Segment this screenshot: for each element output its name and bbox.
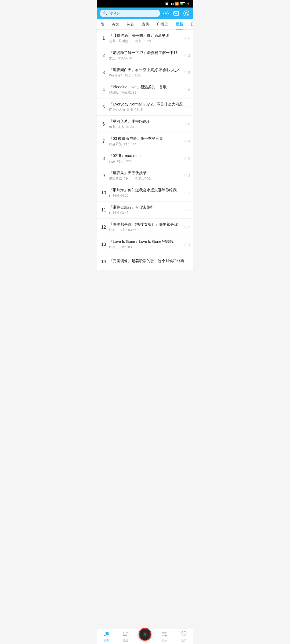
likes-count: 4 <box>188 140 190 143</box>
song-meta: 好烦呦时长:02:32 <box>109 90 184 95</box>
song-info: 『03 彼得潘与辛』第一季第三集跨越荒芜时长:25:10 <box>109 136 184 147</box>
song-title: 『星河入梦』小宇绝绝子 <box>109 119 184 124</box>
song-artist: 星语星愿（不更剧） <box>109 176 133 181</box>
song-info: 『哪里都是你 （热搜女版）』哪里都是你柠凉。时长:03:56 <box>109 222 184 233</box>
song-number: 10 <box>100 191 107 195</box>
tab-latest[interactable]: 最新 <box>172 19 187 30</box>
song-meta: Word玛丫时长:04:52 <box>109 73 184 78</box>
list-item[interactable]: 5『Everyday Normal Guy 2』不是什么大问题四点钟方向时长:0… <box>97 98 193 116</box>
song-meta: L时长:03:45 <box>109 211 184 215</box>
song-likes[interactable]: ♡1 <box>184 208 190 212</box>
song-likes[interactable]: ♡2 <box>184 191 190 195</box>
tab-pure[interactable]: 纯音 <box>123 19 138 30</box>
song-title: 『老婆粉了解一下17』老婆粉了解一下17 <box>109 50 184 56</box>
song-number: 11 <box>100 208 107 213</box>
song-duration: 时长:02:20 <box>135 39 151 43</box>
song-list: 1『【将进酒】清平调』将近酒清平调想养一只叫坚果的猫时长:02:20♡62『老婆… <box>97 30 193 270</box>
song-artist: yipo <box>109 160 115 163</box>
song-meta: 柠凉。时长:03:35 <box>109 245 184 250</box>
song-duration: 时长:04:26 <box>113 193 128 198</box>
song-title: 『哪里都是你 （热搜女版）』哪里都是你 <box>109 222 184 227</box>
list-item[interactable]: 3『黑夜问白天』在半空中真好 不会吵 人少Word玛丫时长:04:52♡5 <box>97 64 193 81</box>
song-likes[interactable]: ♡1 <box>184 242 190 247</box>
heart-icon: ♡ <box>184 208 187 212</box>
mail-button[interactable] <box>172 10 180 17</box>
song-artist: 想养一只叫坚果的猫 <box>109 39 133 43</box>
song-number: 4 <box>100 87 107 92</box>
list-item[interactable]: 10『那片海』你知道我会永远永远等你给我的回答L时长:04:26♡2 <box>97 184 193 202</box>
song-duration: 时长:03:15 <box>127 108 143 112</box>
list-item[interactable]: 9『度春风』天宝伏妖录星语星愿（不更剧）时长:04:51♡2 <box>97 167 193 184</box>
tab-english[interactable]: 英文 <box>108 19 123 30</box>
song-info: 『Everyday Normal Guy 2』不是什么大问题四点钟方向时长:03… <box>109 102 184 112</box>
tab-ancient[interactable]: 古风 <box>138 19 153 30</box>
heart-icon: ♡ <box>184 191 187 195</box>
song-info: 『老婆粉了解一下17』老婆粉了解一下17大志时长:49:45 <box>109 50 184 61</box>
song-likes[interactable]: ♡3 <box>184 225 190 229</box>
song-likes[interactable]: ♡0 <box>184 122 190 126</box>
main-content: 1『【将进酒】清平调』将近酒清平调想养一只叫坚果的猫时长:02:20♡62『老婆… <box>97 30 193 285</box>
song-likes[interactable]: ♡0 <box>184 156 190 161</box>
song-duration: 时长:25:10 <box>124 142 139 147</box>
tab-japanese[interactable]: 日系 <box>187 19 193 30</box>
settings-button[interactable] <box>162 10 170 17</box>
song-number: 5 <box>100 105 107 109</box>
song-likes[interactable]: ♡2 <box>184 53 190 58</box>
song-number: 1 <box>100 36 107 41</box>
likes-count: 6 <box>188 36 190 40</box>
song-likes[interactable]: ♡5 <box>184 71 190 75</box>
wifi-icon: 📶 <box>175 2 179 6</box>
heart-icon: ♡ <box>184 71 187 75</box>
list-item[interactable]: 8『0215』mou mouyipo时长:39:08♡0 <box>97 150 193 167</box>
list-item[interactable]: 7『03 彼得潘与辛』第一季第三集跨越荒芜时长:25:10♡4 <box>97 133 193 150</box>
song-title: 『0215』mou mou <box>109 153 184 159</box>
song-number: 3 <box>100 70 107 75</box>
tab-prev[interactable]: 段 <box>97 19 108 30</box>
heart-icon: ♡ <box>184 105 187 109</box>
list-item[interactable]: 1『【将进酒】清平调』将近酒清平调想养一只叫坚果的猫时长:02:20♡6 <box>97 30 193 47</box>
song-title: 『那片海』你知道我会永远永远等你给我的回答 <box>109 188 184 193</box>
song-duration: 时长:03:35 <box>121 245 136 250</box>
search-bar[interactable]: 🔍 <box>100 10 160 17</box>
heart-icon: ♡ <box>184 242 187 247</box>
song-artist: 柠凉。 <box>109 228 119 232</box>
charge-icon: ⚡ <box>186 2 190 6</box>
search-input[interactable] <box>109 11 157 16</box>
list-item[interactable]: 4『Bleeding Love』很温柔的一首歌好烦呦时长:02:32♡5 <box>97 81 193 98</box>
song-likes[interactable]: ♡6 <box>184 36 190 41</box>
svg-point-0 <box>165 13 167 14</box>
song-likes[interactable]: ♡5 <box>184 88 190 92</box>
alarm-icon: ⏰ <box>165 2 169 6</box>
search-icon: 🔍 <box>103 11 108 16</box>
song-artist: 柠凉。 <box>109 245 119 250</box>
song-likes[interactable]: ♡2 <box>184 174 190 178</box>
list-item[interactable]: 14『完美偶像』是姜嗳嗳的歌，这个时候和朴冉还没离婚 <box>97 253 193 270</box>
song-duration: 时长:04:52 <box>125 73 140 78</box>
song-likes[interactable]: ♡2 <box>184 105 190 109</box>
list-item[interactable]: 11『带你去旅行』带你去旅行L时长:03:45♡1 <box>97 202 193 219</box>
list-item[interactable]: 2『老婆粉了解一下17』老婆粉了解一下17大志时长:49:45♡2 <box>97 47 193 64</box>
tab-radio[interactable]: 广播剧 <box>153 19 172 30</box>
profile-button[interactable] <box>183 10 190 17</box>
list-item[interactable]: 12『哪里都是你 （热搜女版）』哪里都是你柠凉。时长:03:56♡3 <box>97 219 193 236</box>
song-number: 12 <box>100 225 107 230</box>
heart-icon: ♡ <box>184 88 187 92</box>
song-info: 『【将进酒】清平调』将近酒清平调想养一只叫坚果的猫时长:02:20 <box>109 33 184 44</box>
heart-icon: ♡ <box>184 36 187 41</box>
song-duration: 时长:03:56 <box>121 228 136 232</box>
list-item[interactable]: 13『Love Is Gone』Love Is Gone 宋烨靓柠凉。时长:03… <box>97 236 193 253</box>
song-number: 14 <box>100 259 107 264</box>
song-info: 『度春风』天宝伏妖录星语星愿（不更剧）时长:04:51 <box>109 170 184 181</box>
song-number: 8 <box>100 156 107 161</box>
song-meta: 想养一只叫坚果的猫时长:02:20 <box>109 39 184 43</box>
list-item[interactable]: 6『星河入梦』小宇绝绝子鱼丸.时长:04:34♡0 <box>97 116 193 133</box>
song-duration: 时长:39:08 <box>117 159 132 164</box>
song-title: 『03 彼得潘与辛』第一季第三集 <box>109 136 184 141</box>
status-bar: ⏰ HD 📶 ⚡ <box>97 0 193 8</box>
song-number: 2 <box>100 53 107 58</box>
likes-count: 0 <box>188 157 190 160</box>
heart-icon: ♡ <box>184 53 187 58</box>
heart-icon: ♡ <box>184 174 187 178</box>
song-likes[interactable]: ♡4 <box>184 139 190 144</box>
song-meta: 鱼丸.时长:04:34 <box>109 125 184 129</box>
